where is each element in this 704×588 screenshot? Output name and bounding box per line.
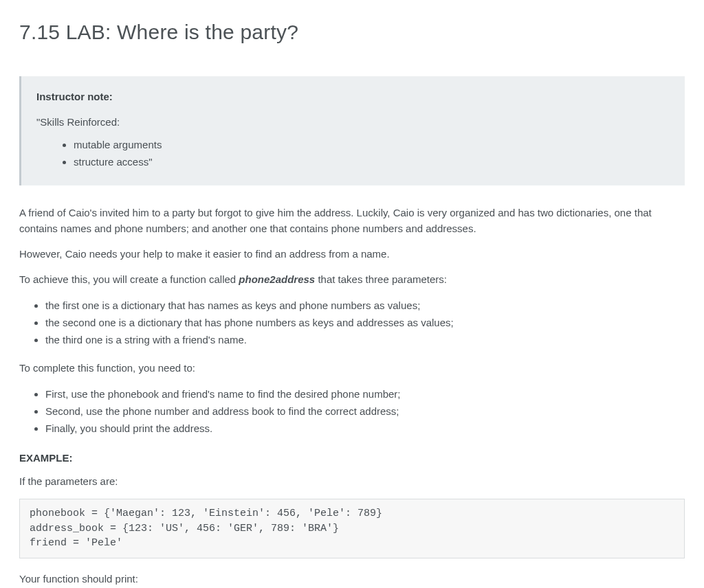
- code-block-input: phonebook = {'Maegan': 123, 'Einstein': …: [19, 499, 685, 558]
- paragraph-steps-intro: To complete this function, you need to:: [19, 360, 685, 376]
- list-item: the second one is a dictionary that has …: [45, 315, 685, 330]
- instructor-note: Instructor note: "Skills Reinforced: mut…: [19, 76, 685, 185]
- parameters-list: the first one is a dictionary that has n…: [19, 297, 685, 348]
- paragraph-function-intro: To achieve this, you will create a funct…: [19, 271, 685, 287]
- example-label: EXAMPLE:: [19, 450, 685, 466]
- list-item: Second, use the phone number and address…: [45, 403, 685, 419]
- paragraph-intro-1: A friend of Caio's invited him to a part…: [19, 205, 685, 237]
- list-item: the third one is a string with a friend'…: [45, 332, 685, 348]
- example-intro: If the parameters are:: [19, 473, 685, 489]
- list-item: Finally, you should print the address.: [45, 420, 685, 436]
- text-span: that takes three parameters:: [315, 273, 447, 285]
- paragraph-intro-2: However, Caio needs your help to make it…: [19, 246, 685, 262]
- example-outro: Your function should print:: [19, 571, 685, 587]
- list-item: First, use the phonebook and friend's na…: [45, 386, 685, 402]
- skills-list: mutable arguments structure access": [36, 137, 670, 170]
- page-title: 7.15 LAB: Where is the party?: [19, 16, 685, 49]
- note-heading: Instructor note:: [36, 89, 670, 104]
- list-item: the first one is a dictionary that has n…: [45, 297, 685, 313]
- function-name: phone2address: [239, 273, 315, 285]
- list-item: structure access": [74, 154, 670, 170]
- list-item: mutable arguments: [74, 137, 670, 152]
- skills-label: "Skills Reinforced:: [36, 114, 670, 130]
- steps-list: First, use the phonebook and friend's na…: [19, 386, 685, 437]
- text-span: To achieve this, you will create a funct…: [19, 273, 239, 285]
